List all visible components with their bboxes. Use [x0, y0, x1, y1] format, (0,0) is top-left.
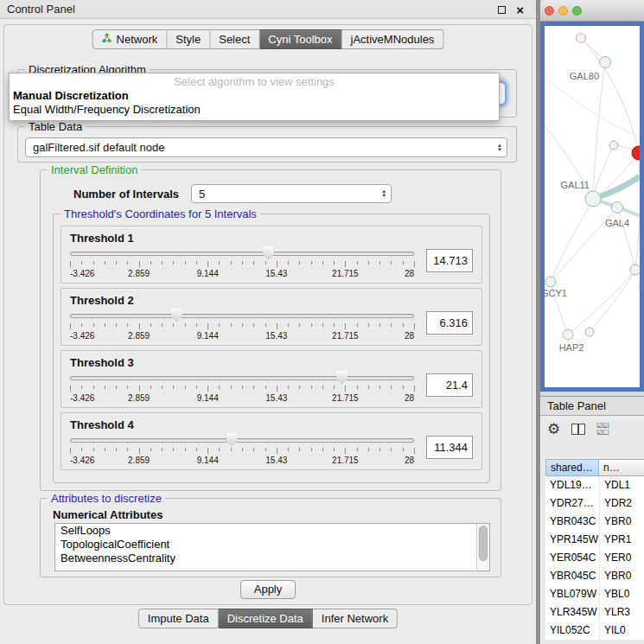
table-cell[interactable]: YPR1	[599, 531, 644, 549]
tab-jactivemnodules[interactable]: jActiveMNodules	[342, 29, 444, 49]
threshold-slider[interactable]: -3.4262.8599.14415.4321.71528	[70, 308, 414, 344]
network-canvas[interactable]: GAL80GAL11GAL4HGCY1HAP2	[545, 26, 640, 387]
table-cell[interactable]: YBR0	[599, 513, 644, 531]
table-row[interactable]: YDL19… YDL1	[545, 476, 644, 494]
tab-impute-data[interactable]: Impute Data	[138, 609, 219, 628]
number-of-intervals-combobox[interactable]: 5 ▲▼	[191, 184, 392, 203]
table-row[interactable]: YPR145W YPR1	[545, 531, 644, 549]
table-cell[interactable]: YBL0	[599, 585, 644, 603]
list-scrollbar[interactable]	[476, 524, 489, 571]
algorithm-option[interactable]: Manual Discretization	[10, 89, 499, 103]
table-row[interactable]: YBR043C YBR0	[545, 513, 644, 531]
tab-style[interactable]: Style	[167, 29, 210, 49]
tab-cyni-toolbox[interactable]: Cyni Toolbox	[259, 29, 341, 49]
network-node[interactable]	[545, 277, 556, 287]
table-cell[interactable]: YPR145W	[545, 531, 599, 549]
table-row[interactable]: YLR345W YLR3	[545, 603, 644, 622]
table-cell[interactable]: YDL19…	[545, 476, 599, 494]
table-cell[interactable]: YLR345W	[545, 603, 599, 622]
slider-thumb[interactable]	[336, 371, 348, 385]
threshold-value-field[interactable]: 11.344	[426, 436, 473, 459]
slider-track[interactable]	[70, 376, 414, 380]
table-cell[interactable]: YLR3	[599, 603, 644, 622]
table-cell[interactable]: YER0	[599, 549, 644, 567]
slider-tick	[150, 386, 151, 389]
network-edge[interactable]	[551, 199, 593, 282]
table-cell[interactable]: YBR045C	[545, 567, 599, 585]
table-cell[interactable]: YER054C	[545, 549, 599, 567]
network-node[interactable]	[632, 146, 640, 160]
slider-tick	[368, 323, 369, 327]
slider-tick	[116, 261, 117, 265]
threshold-value-field[interactable]: 6.316	[426, 311, 473, 335]
network-node[interactable]	[577, 34, 586, 43]
numerical-attributes-list[interactable]: SelfLoopsTopologicalCoefficientBetweenne…	[54, 523, 490, 571]
table-cell[interactable]: YBR0	[599, 567, 644, 585]
gear-icon[interactable]: ⚙	[547, 422, 560, 437]
apply-button[interactable]: Apply	[240, 580, 296, 599]
tab-network[interactable]: Network	[92, 29, 168, 49]
slider-tick	[70, 386, 71, 392]
tab-select[interactable]: Select	[210, 29, 259, 49]
slider-thumb[interactable]	[171, 309, 182, 322]
slider-track[interactable]	[70, 314, 414, 318]
table-cell[interactable]: YIL052C	[545, 622, 599, 640]
table-cell[interactable]: YDL1	[599, 476, 644, 494]
threshold-slider[interactable]: -3.4262.8599.14415.4321.71528	[70, 432, 414, 469]
table-data-combobox[interactable]: galFiltered.sif default node ▲▼	[25, 137, 507, 157]
network-node[interactable]	[600, 57, 611, 68]
network-edge[interactable]	[581, 38, 639, 153]
network-node[interactable]	[563, 329, 573, 340]
table-cell[interactable]: YDR2	[599, 494, 644, 513]
column-visibility-icon[interactable]: ☑☑☑☐	[596, 423, 609, 437]
table-row[interactable]: YIL052C YIL0	[545, 622, 644, 640]
column-header-name[interactable]: n…	[599, 459, 644, 476]
minimize-traffic-light-icon[interactable]	[558, 6, 568, 16]
slider-track[interactable]	[70, 438, 414, 443]
table-cell[interactable]: YBL079W	[545, 585, 599, 603]
slider-thumb[interactable]	[226, 433, 238, 447]
tab-discretize-data[interactable]: Discretize Data	[219, 609, 313, 628]
threshold-value-field[interactable]: 14.713	[426, 249, 473, 272]
threshold-label: Threshold 1	[70, 232, 473, 245]
slider-tick	[334, 261, 335, 265]
network-node[interactable]	[585, 328, 594, 336]
table-row[interactable]: YDR27… YDR2	[545, 494, 644, 513]
table-row[interactable]: YER054C YER0	[545, 549, 644, 567]
close-icon[interactable]: ×	[516, 3, 524, 16]
column-header-shared-name[interactable]: shared…	[545, 459, 599, 476]
slider-tick	[345, 448, 346, 454]
table-cell[interactable]: YDR27…	[545, 494, 599, 513]
network-node[interactable]	[612, 202, 623, 214]
network-node[interactable]	[609, 141, 618, 150]
network-view[interactable]: GAL80GAL11GAL4HGCY1HAP2	[540, 22, 644, 392]
network-node[interactable]	[585, 191, 601, 207]
slider-tick	[127, 386, 128, 389]
threshold-slider[interactable]: -3.4262.8599.14415.4321.71528	[70, 370, 414, 406]
window-controls: ×	[498, 0, 524, 19]
network-node[interactable]	[630, 265, 640, 275]
threshold-slider[interactable]: -3.4262.8599.14415.4321.71528	[70, 245, 414, 282]
tab-infer-network[interactable]: Infer Network	[313, 609, 398, 628]
zoom-traffic-light-icon[interactable]	[572, 6, 582, 16]
slider-track[interactable]	[70, 252, 414, 256]
columns-icon[interactable]	[571, 424, 585, 435]
network-edge[interactable]	[590, 270, 635, 332]
slider-thumb[interactable]	[263, 246, 274, 260]
table-row[interactable]: YBL079W YBL0	[545, 585, 644, 603]
network-edge[interactable]	[617, 207, 635, 270]
threshold-value-field[interactable]: 21.4	[426, 373, 473, 397]
algorithm-option[interactable]: Equal Width/Frequency Discretization	[10, 103, 499, 117]
table-cell[interactable]: YBR043C	[545, 513, 599, 531]
attribute-list-item[interactable]: SelfLoops	[55, 524, 489, 538]
network-window-titlebar[interactable]	[540, 0, 644, 22]
attribute-list-item[interactable]: BetweennessCentrality	[55, 552, 489, 565]
scrollbar-thumb[interactable]	[479, 526, 488, 561]
close-traffic-light-icon[interactable]	[545, 6, 554, 16]
network-edge[interactable]	[545, 78, 640, 137]
float-window-icon[interactable]	[498, 6, 506, 14]
network-edge[interactable]	[568, 270, 635, 335]
table-cell[interactable]: YIL0	[599, 622, 644, 640]
table-row[interactable]: YBR045C YBR0	[545, 567, 644, 585]
attribute-list-item[interactable]: TopologicalCoefficient	[55, 538, 489, 552]
